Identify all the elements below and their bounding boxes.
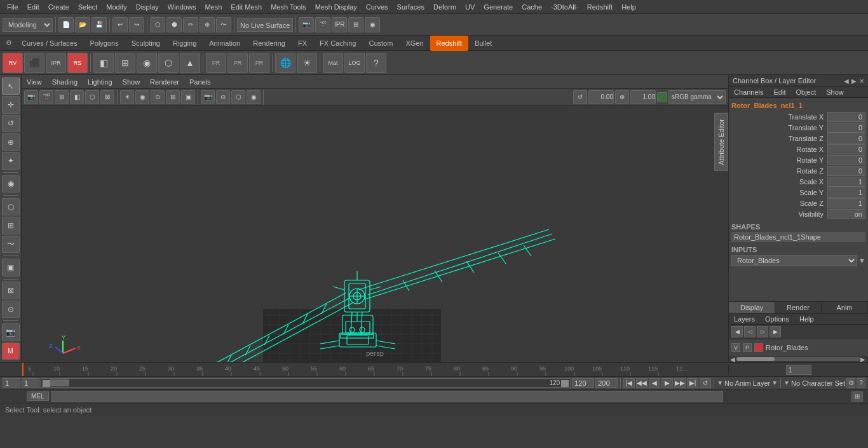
ch-value-ty[interactable]: 0 xyxy=(827,123,865,133)
range-end-handle[interactable] xyxy=(561,380,569,387)
shelf-capsule-btn[interactable]: ⬡ xyxy=(158,53,179,73)
vt-subdivide-btn[interactable]: ⬡ xyxy=(231,90,245,104)
jump-start-btn[interactable]: |◀ xyxy=(623,378,635,388)
select-tool-btn[interactable]: ↖ xyxy=(2,78,20,95)
ch-value-tx[interactable]: 0 xyxy=(827,112,865,122)
shelf-pr2-btn[interactable]: PR xyxy=(227,53,248,73)
ch-menu-edit[interactable]: Edit xyxy=(768,87,790,97)
show-manip-btn[interactable]: ⬡ xyxy=(2,198,20,215)
ch-menu-show[interactable]: Show xyxy=(821,87,849,97)
redo-btn[interactable]: ↪ xyxy=(129,17,144,32)
ch-value-rx[interactable]: 0 xyxy=(827,144,865,154)
layers-remove2-btn[interactable]: ▶ xyxy=(770,326,781,337)
vt-shaded-btn[interactable]: ◧ xyxy=(70,90,84,104)
vt-smooth-btn[interactable]: ◉ xyxy=(247,90,261,104)
ch-value-ry[interactable]: 0 xyxy=(827,155,865,165)
range-end2-input[interactable]: 120 xyxy=(572,378,594,388)
mode-select[interactable]: Modeling Rigging Animation xyxy=(3,18,53,32)
tab-polygons[interactable]: Polygons xyxy=(83,36,125,51)
ch-value-sx[interactable]: 1 xyxy=(827,177,865,187)
menu-surfaces[interactable]: Surfaces xyxy=(393,0,429,14)
vt-ao-btn[interactable]: ⊙ xyxy=(151,90,165,104)
menu-edit-mesh[interactable]: Edit Mesh xyxy=(226,0,266,14)
layers-menu-help[interactable]: Help xyxy=(794,314,819,324)
anim-layer-arrow2[interactable]: ▼ xyxy=(771,379,778,386)
shelf-sun-btn[interactable]: ☀ xyxy=(297,53,317,73)
loop-btn[interactable]: ↺ xyxy=(700,378,711,388)
current-frame-input[interactable]: 1 xyxy=(22,378,39,388)
tab-rigging[interactable]: Rigging xyxy=(166,36,203,51)
layers-add-btn[interactable]: ◀ xyxy=(731,326,743,337)
attribute-editor-side-tab[interactable]: Attribute Editor xyxy=(714,113,728,171)
vt-rot-input[interactable]: 0.00 xyxy=(588,90,614,104)
play-forward-btn[interactable]: ▶ xyxy=(661,378,673,388)
menu-mesh-tools[interactable]: Mesh Tools xyxy=(266,0,310,14)
scale-tool-btn[interactable]: ⊕ xyxy=(2,133,20,151)
layers-remove-btn[interactable]: ◁ xyxy=(744,326,756,337)
ch-close-btn[interactable]: ✕ xyxy=(859,78,864,85)
layers-add2-btn[interactable]: ▷ xyxy=(757,326,768,337)
ch-value-sz[interactable]: 1 xyxy=(827,198,865,208)
channel-shape-name[interactable]: Rotor_Blades_ncl1_1Shape xyxy=(731,232,865,242)
ch-value-sy[interactable]: 1 xyxy=(827,187,865,198)
snap-curve-btn[interactable]: 〜 xyxy=(2,236,20,253)
shelf-logo-btn[interactable]: RS xyxy=(67,53,88,73)
scroll-track[interactable] xyxy=(736,357,860,361)
menu-generate[interactable]: Generate xyxy=(479,0,517,14)
shelf-pr1-btn[interactable]: PR xyxy=(206,53,226,73)
display-btn[interactable]: ◉ xyxy=(365,17,380,32)
shelf-grid-btn[interactable]: ⊞ xyxy=(115,53,135,73)
menu-mesh[interactable]: Mesh xyxy=(200,0,226,14)
vt-scale-input[interactable]: 1.00 xyxy=(630,90,656,104)
range-end-input[interactable]: 120 xyxy=(542,379,560,386)
shelf-settings-icon[interactable]: ⚙ xyxy=(3,37,15,50)
vt-colorspace-select[interactable]: sRGB gamma xyxy=(668,90,726,104)
paint-btn[interactable]: ✏ xyxy=(183,17,198,32)
vp-menu-shading[interactable]: Shading xyxy=(50,78,80,86)
cb-tab-anim[interactable]: Anim xyxy=(822,302,868,313)
play-back-btn[interactable]: ◀ xyxy=(649,378,660,388)
camera-btn[interactable]: 📷 xyxy=(299,17,314,32)
command-input[interactable] xyxy=(51,391,723,402)
xray-btn[interactable]: ⊠ xyxy=(2,282,20,299)
menu-modify[interactable]: Modify xyxy=(102,0,131,14)
range-start-handle[interactable] xyxy=(43,380,50,387)
vt-xray-btn[interactable]: ⊠ xyxy=(100,90,114,104)
start-frame-input[interactable]: 1 xyxy=(3,378,20,388)
soft-sel-btn[interactable]: ◉ xyxy=(2,175,20,193)
snap-btn[interactable]: ⊕ xyxy=(200,17,215,32)
layers-menu-options[interactable]: Options xyxy=(760,314,794,324)
universal-tool-btn[interactable]: ✦ xyxy=(2,152,20,169)
isolate-btn[interactable]: ⊙ xyxy=(2,301,20,318)
ch-menu-channels[interactable]: Channels xyxy=(729,87,768,97)
vt-light1-btn[interactable]: ☀ xyxy=(120,90,134,104)
menu-select[interactable]: Select xyxy=(74,0,102,14)
shelf-help-btn[interactable]: ? xyxy=(366,53,386,73)
rotate-tool-btn[interactable]: ↺ xyxy=(2,115,20,132)
render-btn[interactable]: 🎬 xyxy=(315,17,330,32)
menu-help[interactable]: Help xyxy=(617,0,641,14)
vp-menu-lighting[interactable]: Lighting xyxy=(85,78,115,86)
jump-end-btn[interactable]: ▶| xyxy=(687,378,698,388)
tab-sculpting[interactable]: Sculpting xyxy=(125,36,166,51)
vt-rotate-btn[interactable]: ↺ xyxy=(573,90,587,104)
menu-cache[interactable]: Cache xyxy=(517,0,546,14)
shelf-log-btn[interactable]: LOG xyxy=(344,53,365,73)
inputs-dropdown[interactable]: Rotor_Blades xyxy=(731,255,857,266)
right-panel-scrollbar[interactable]: ◀ ▶ xyxy=(729,356,868,362)
vt-wire-btn[interactable]: ⬡ xyxy=(85,90,99,104)
vp-menu-view[interactable]: View xyxy=(24,78,44,86)
shelf-ipr-btn[interactable]: IPR xyxy=(46,53,66,73)
curve-btn[interactable]: 〜 xyxy=(216,17,231,32)
shelf-sphere-btn[interactable]: ◉ xyxy=(137,53,157,73)
vt-color-btn[interactable] xyxy=(657,92,667,102)
range-bar[interactable]: 120 xyxy=(41,378,571,388)
char-set-btn1[interactable]: ⚙ xyxy=(846,378,855,388)
vp-menu-renderer[interactable]: Renderer xyxy=(147,78,182,86)
vt-cam2-btn[interactable]: 📷 xyxy=(201,90,215,104)
timeline-ticks[interactable]: 5 10 15 20 25 30 35 40 45 50 55 60 65 70… xyxy=(22,363,728,377)
tab-fx-caching[interactable]: FX Caching xyxy=(313,36,362,51)
menu-uv[interactable]: UV xyxy=(461,0,479,14)
scroll-left-icon[interactable]: ◀ xyxy=(730,356,736,362)
layer-color-swatch[interactable] xyxy=(754,343,763,352)
